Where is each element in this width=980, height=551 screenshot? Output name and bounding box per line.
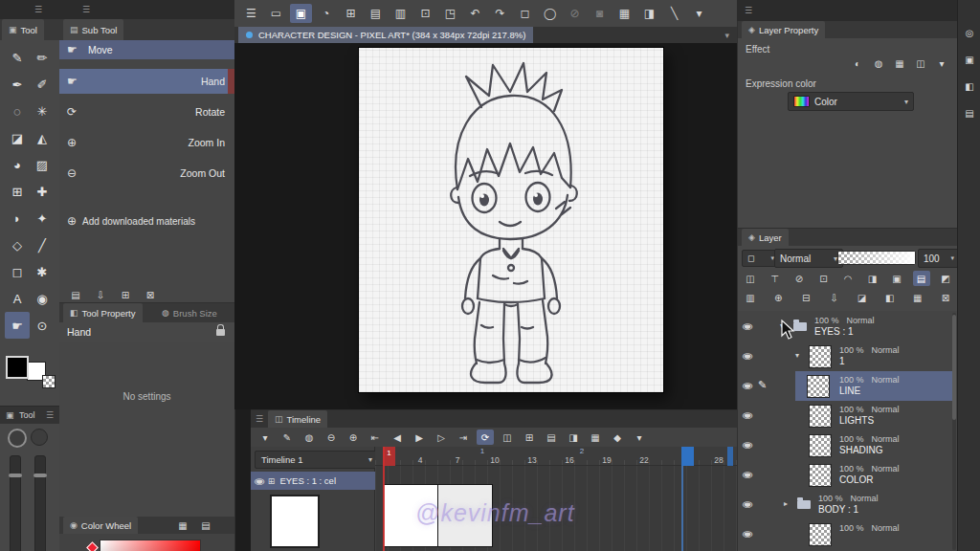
lock-layer-icon[interactable]: ⊘ xyxy=(791,271,808,286)
invert-selection-icon[interactable]: ◙ xyxy=(589,4,611,23)
enable-mask-icon[interactable]: ◠ xyxy=(839,271,857,286)
layer-row-body[interactable]: ◉ ▸ 100 %Normal BODY : 1 xyxy=(738,490,952,519)
collapse-caret-icon[interactable]: ▾ xyxy=(795,351,799,360)
track-options-icon[interactable]: ▦ xyxy=(587,430,604,445)
pen-tool-icon[interactable]: ✎ xyxy=(5,44,30,71)
layer-list-scrollbar[interactable] xyxy=(952,313,956,550)
loop-play-icon[interactable]: ⟳ xyxy=(477,430,494,445)
toolbar-expand-icon[interactable]: ▾ xyxy=(688,4,710,23)
expression-color-dropdown[interactable]: Color ▾ xyxy=(788,92,914,111)
next-frame-icon[interactable]: ▷ xyxy=(433,430,450,445)
onion-skin-icon[interactable]: ◫ xyxy=(499,430,516,445)
clip-to-below-icon[interactable]: ⊤ xyxy=(767,271,784,286)
timeline-panel-menu-icon[interactable]: ☰ xyxy=(256,414,263,424)
text-tool-icon[interactable]: A xyxy=(5,285,30,312)
track-visibility-icon[interactable]: ◉ xyxy=(254,476,264,486)
go-start-icon[interactable]: ⇤ xyxy=(367,430,384,445)
tab-tool-property[interactable]: ◧ Tool Property xyxy=(63,303,143,322)
material-catalog-icon[interactable]: ▤ xyxy=(961,105,978,121)
tab-layer[interactable]: ◈ Layer xyxy=(742,229,789,246)
brush-tool-icon[interactable]: ✐ xyxy=(30,71,55,98)
prev-frame-icon[interactable]: ◀ xyxy=(389,430,406,445)
brush-size-slider[interactable] xyxy=(10,455,21,551)
rotate-view-icon[interactable]: ◔ xyxy=(315,4,337,23)
select-rect-icon[interactable]: ◻ xyxy=(514,4,536,23)
subtool-rotate[interactable]: ⟳ Rotate xyxy=(59,99,234,124)
saturation-value-square[interactable] xyxy=(100,540,201,551)
color-history-main[interactable] xyxy=(8,429,27,448)
layer-row-color[interactable]: ◉ 100 %Normal COLOR xyxy=(738,460,952,490)
undo-icon[interactable]: ↶ xyxy=(464,4,486,23)
decoration-tool-icon[interactable]: ✳ xyxy=(30,98,55,124)
tab-layer-property[interactable]: ◈ Layer Property xyxy=(742,21,825,38)
transparent-color-swatch[interactable] xyxy=(42,375,56,388)
zoom-tool-icon[interactable]: ⊙ xyxy=(30,312,55,339)
add-downloaded-materials[interactable]: ⊕ Add downloaded materials xyxy=(67,214,195,228)
fill-area-icon[interactable]: ▦ xyxy=(613,4,635,23)
tabbar-chevron-icon[interactable]: ▾ xyxy=(724,31,729,40)
new-cel-icon[interactable]: ⊞ xyxy=(521,430,538,445)
new-file-icon[interactable]: ▤ xyxy=(365,4,387,23)
effect-more-icon[interactable]: ▾ xyxy=(933,55,950,71)
layer-row-eyes[interactable]: ◉ ▾ 100 %Normal EYES : 1 xyxy=(738,312,952,342)
redo-icon[interactable]: ↷ xyxy=(489,4,511,23)
delete-subtool-icon[interactable]: ⊠ xyxy=(142,287,159,302)
blend-tool-icon[interactable]: ◭ xyxy=(30,124,55,151)
material-mono-icon[interactable]: ◧ xyxy=(961,78,978,94)
eyedropper-tool-icon[interactable]: ◉ xyxy=(30,285,55,312)
end-frame-marker[interactable] xyxy=(681,447,694,466)
draft-layer-icon[interactable]: ◩ xyxy=(937,271,954,286)
layer-row-line[interactable]: ◉ ✎ 100 %Normal LINE xyxy=(738,371,952,401)
pencil-tool-icon[interactable]: ✏ xyxy=(30,44,55,71)
cel-frame-2[interactable] xyxy=(437,484,493,547)
camera-icon[interactable]: ◨ xyxy=(565,430,582,445)
visibility-icon[interactable]: ◉ xyxy=(742,470,752,479)
visibility-icon[interactable]: ◉ xyxy=(742,321,752,331)
apply-mask-icon[interactable]: ▦ xyxy=(909,290,926,305)
snap-line-icon[interactable]: ╲ xyxy=(663,4,685,23)
new-raster-layer-icon[interactable]: ▥ xyxy=(742,290,759,305)
export-file-icon[interactable]: ◳ xyxy=(439,4,461,23)
balloon-tool-icon[interactable]: ◗ xyxy=(5,205,30,231)
mask-view-icon[interactable]: ◨ xyxy=(864,271,881,286)
subtool-panel-menu-icon[interactable]: ☰ xyxy=(82,5,90,14)
move-tool-icon[interactable]: ✚ xyxy=(30,178,55,205)
tab-subtool[interactable]: ▤ Sub Tool xyxy=(63,19,123,40)
ruler-tool-icon[interactable]: ╱ xyxy=(30,231,55,258)
blend-mode-dropdown[interactable]: Normal ▾ xyxy=(774,249,843,268)
subtool-view-icon[interactable]: ▤ xyxy=(67,287,84,302)
sparkle-tool-icon[interactable]: ✦ xyxy=(30,205,55,231)
canvas-viewport[interactable] xyxy=(234,43,737,409)
color-history-sub[interactable] xyxy=(31,429,48,446)
timeline-selector[interactable]: Timeline 1 ▾ xyxy=(255,451,379,469)
subtool-group-move[interactable]: ☛ Move xyxy=(59,40,234,59)
duplicate-subtool-icon[interactable]: ⊞ xyxy=(117,287,134,302)
new-vector-layer-icon[interactable]: ⊕ xyxy=(769,290,787,305)
magic-wand-tool-icon[interactable]: ✱ xyxy=(30,258,55,285)
document-tab[interactable]: CHARACTER DESIGN - PIXEL ART* (384 x 384… xyxy=(238,27,533,43)
zoom-in-icon[interactable]: ⊕ xyxy=(345,430,362,445)
layer-property-menu-icon[interactable]: ☰ xyxy=(745,6,752,15)
layer-row-lights[interactable]: ◉ 100 %Normal LIGHTS xyxy=(738,401,952,430)
go-end-icon[interactable]: ⇥ xyxy=(455,430,472,445)
cel-thumbnail[interactable] xyxy=(270,495,320,548)
opacity-slider[interactable] xyxy=(34,455,46,551)
layer-row-shading[interactable]: ◉ 100 %Normal SHADING xyxy=(738,430,952,460)
opacity-value[interactable]: 100 ▾ xyxy=(918,249,960,268)
zoom-out-icon[interactable]: ⊖ xyxy=(323,430,340,445)
color-slider-tab-icon[interactable]: ▦ xyxy=(174,518,191,533)
save-file-icon[interactable]: ⊡ xyxy=(414,4,436,23)
marker-tool-icon[interactable]: ✒ xyxy=(5,71,30,98)
material-panel-icon[interactable]: ▣ xyxy=(961,52,978,67)
tab-color-wheel[interactable]: ◉ Color Wheel xyxy=(63,517,138,534)
visibility-icon[interactable]: ◉ xyxy=(742,410,752,420)
frame-settings-icon[interactable]: ◍ xyxy=(301,430,318,445)
airbrush-tool-icon[interactable]: ◌ xyxy=(5,98,30,124)
cel-frame-1[interactable] xyxy=(383,484,438,547)
frame-border-tool-icon[interactable]: ⊞ xyxy=(5,178,30,205)
layer-color-effect-icon[interactable]: ◫ xyxy=(912,55,929,71)
main-menu-icon[interactable]: ☰ xyxy=(240,4,262,23)
transfer-down-icon[interactable]: ⇩ xyxy=(825,290,842,305)
eraser-tool-icon[interactable]: ◪ xyxy=(5,124,30,151)
timeline-end-marker[interactable] xyxy=(727,447,733,466)
